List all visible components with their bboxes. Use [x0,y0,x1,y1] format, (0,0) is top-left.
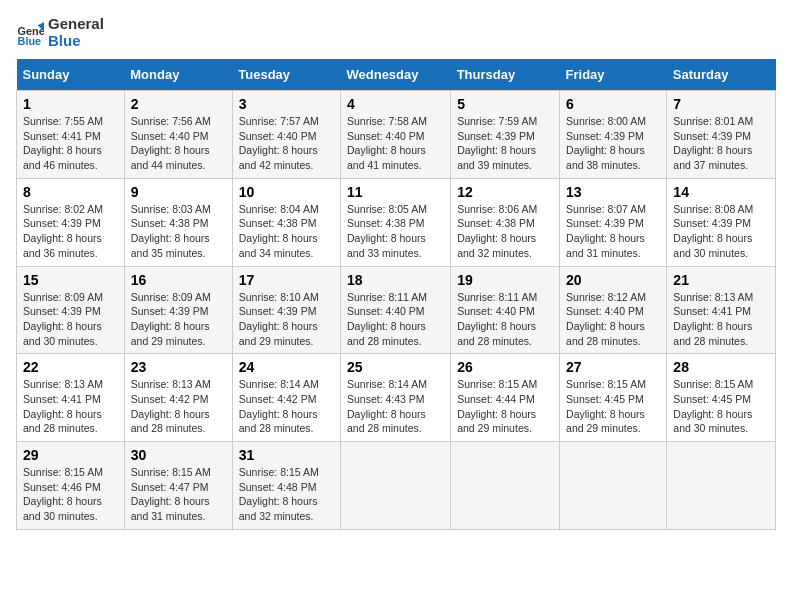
day-number: 12 [457,184,553,200]
day-info: Sunrise: 8:00 AMSunset: 4:39 PMDaylight:… [566,115,646,171]
day-number: 2 [131,96,226,112]
header: General Blue General Blue [16,16,776,49]
day-number: 1 [23,96,118,112]
calendar-cell: 12 Sunrise: 8:06 AMSunset: 4:38 PMDaylig… [451,178,560,266]
day-number: 18 [347,272,444,288]
day-info: Sunrise: 8:15 AMSunset: 4:45 PMDaylight:… [673,378,753,434]
calendar-cell: 15 Sunrise: 8:09 AMSunset: 4:39 PMDaylig… [17,266,125,354]
day-info: Sunrise: 8:14 AMSunset: 4:42 PMDaylight:… [239,378,319,434]
day-info: Sunrise: 8:12 AMSunset: 4:40 PMDaylight:… [566,291,646,347]
calendar-cell: 11 Sunrise: 8:05 AMSunset: 4:38 PMDaylig… [340,178,450,266]
day-info: Sunrise: 8:03 AMSunset: 4:38 PMDaylight:… [131,203,211,259]
col-header-sunday: Sunday [17,59,125,91]
day-number: 22 [23,359,118,375]
logo-general: General [48,16,104,33]
header-row: SundayMondayTuesdayWednesdayThursdayFrid… [17,59,776,91]
day-number: 21 [673,272,769,288]
day-number: 6 [566,96,660,112]
day-number: 15 [23,272,118,288]
calendar-cell: 3 Sunrise: 7:57 AMSunset: 4:40 PMDayligh… [232,91,340,179]
calendar-cell: 7 Sunrise: 8:01 AMSunset: 4:39 PMDayligh… [667,91,776,179]
day-number: 13 [566,184,660,200]
calendar-cell: 24 Sunrise: 8:14 AMSunset: 4:42 PMDaylig… [232,354,340,442]
day-number: 28 [673,359,769,375]
day-info: Sunrise: 8:15 AMSunset: 4:46 PMDaylight:… [23,466,103,522]
col-header-monday: Monday [124,59,232,91]
calendar-cell [560,442,667,530]
calendar-cell: 21 Sunrise: 8:13 AMSunset: 4:41 PMDaylig… [667,266,776,354]
calendar-cell: 30 Sunrise: 8:15 AMSunset: 4:47 PMDaylig… [124,442,232,530]
day-number: 4 [347,96,444,112]
calendar-cell: 20 Sunrise: 8:12 AMSunset: 4:40 PMDaylig… [560,266,667,354]
calendar-cell: 17 Sunrise: 8:10 AMSunset: 4:39 PMDaylig… [232,266,340,354]
day-number: 20 [566,272,660,288]
day-number: 25 [347,359,444,375]
col-header-tuesday: Tuesday [232,59,340,91]
calendar-cell: 8 Sunrise: 8:02 AMSunset: 4:39 PMDayligh… [17,178,125,266]
day-info: Sunrise: 8:10 AMSunset: 4:39 PMDaylight:… [239,291,319,347]
calendar-cell: 27 Sunrise: 8:15 AMSunset: 4:45 PMDaylig… [560,354,667,442]
day-number: 7 [673,96,769,112]
calendar-cell: 28 Sunrise: 8:15 AMSunset: 4:45 PMDaylig… [667,354,776,442]
day-number: 24 [239,359,334,375]
day-number: 5 [457,96,553,112]
week-row-1: 1 Sunrise: 7:55 AMSunset: 4:41 PMDayligh… [17,91,776,179]
day-number: 11 [347,184,444,200]
day-info: Sunrise: 8:15 AMSunset: 4:45 PMDaylight:… [566,378,646,434]
day-number: 26 [457,359,553,375]
day-info: Sunrise: 7:57 AMSunset: 4:40 PMDaylight:… [239,115,319,171]
calendar-cell: 4 Sunrise: 7:58 AMSunset: 4:40 PMDayligh… [340,91,450,179]
day-info: Sunrise: 8:13 AMSunset: 4:42 PMDaylight:… [131,378,211,434]
day-info: Sunrise: 8:04 AMSunset: 4:38 PMDaylight:… [239,203,319,259]
calendar-cell [667,442,776,530]
calendar-cell: 9 Sunrise: 8:03 AMSunset: 4:38 PMDayligh… [124,178,232,266]
day-info: Sunrise: 7:59 AMSunset: 4:39 PMDaylight:… [457,115,537,171]
week-row-3: 15 Sunrise: 8:09 AMSunset: 4:39 PMDaylig… [17,266,776,354]
calendar-cell: 2 Sunrise: 7:56 AMSunset: 4:40 PMDayligh… [124,91,232,179]
calendar-cell: 26 Sunrise: 8:15 AMSunset: 4:44 PMDaylig… [451,354,560,442]
calendar-cell: 1 Sunrise: 7:55 AMSunset: 4:41 PMDayligh… [17,91,125,179]
calendar-cell: 29 Sunrise: 8:15 AMSunset: 4:46 PMDaylig… [17,442,125,530]
day-info: Sunrise: 7:58 AMSunset: 4:40 PMDaylight:… [347,115,427,171]
day-number: 27 [566,359,660,375]
day-number: 16 [131,272,226,288]
calendar-cell [451,442,560,530]
logo: General Blue General Blue [16,16,104,49]
day-info: Sunrise: 8:14 AMSunset: 4:43 PMDaylight:… [347,378,427,434]
logo-icon: General Blue [16,19,44,47]
day-number: 23 [131,359,226,375]
day-number: 19 [457,272,553,288]
svg-text:Blue: Blue [18,34,42,46]
day-info: Sunrise: 8:07 AMSunset: 4:39 PMDaylight:… [566,203,646,259]
calendar-table: SundayMondayTuesdayWednesdayThursdayFrid… [16,59,776,530]
day-info: Sunrise: 8:13 AMSunset: 4:41 PMDaylight:… [673,291,753,347]
day-number: 29 [23,447,118,463]
day-info: Sunrise: 8:09 AMSunset: 4:39 PMDaylight:… [23,291,103,347]
calendar-cell: 23 Sunrise: 8:13 AMSunset: 4:42 PMDaylig… [124,354,232,442]
day-info: Sunrise: 8:13 AMSunset: 4:41 PMDaylight:… [23,378,103,434]
col-header-wednesday: Wednesday [340,59,450,91]
day-number: 14 [673,184,769,200]
day-number: 3 [239,96,334,112]
day-info: Sunrise: 8:02 AMSunset: 4:39 PMDaylight:… [23,203,103,259]
day-info: Sunrise: 7:55 AMSunset: 4:41 PMDaylight:… [23,115,103,171]
calendar-cell: 18 Sunrise: 8:11 AMSunset: 4:40 PMDaylig… [340,266,450,354]
col-header-friday: Friday [560,59,667,91]
calendar-cell: 10 Sunrise: 8:04 AMSunset: 4:38 PMDaylig… [232,178,340,266]
day-info: Sunrise: 8:01 AMSunset: 4:39 PMDaylight:… [673,115,753,171]
calendar-cell: 22 Sunrise: 8:13 AMSunset: 4:41 PMDaylig… [17,354,125,442]
calendar-cell: 13 Sunrise: 8:07 AMSunset: 4:39 PMDaylig… [560,178,667,266]
col-header-saturday: Saturday [667,59,776,91]
day-info: Sunrise: 7:56 AMSunset: 4:40 PMDaylight:… [131,115,211,171]
calendar-cell: 14 Sunrise: 8:08 AMSunset: 4:39 PMDaylig… [667,178,776,266]
week-row-4: 22 Sunrise: 8:13 AMSunset: 4:41 PMDaylig… [17,354,776,442]
week-row-2: 8 Sunrise: 8:02 AMSunset: 4:39 PMDayligh… [17,178,776,266]
calendar-cell: 16 Sunrise: 8:09 AMSunset: 4:39 PMDaylig… [124,266,232,354]
day-info: Sunrise: 8:06 AMSunset: 4:38 PMDaylight:… [457,203,537,259]
col-header-thursday: Thursday [451,59,560,91]
day-number: 10 [239,184,334,200]
day-number: 31 [239,447,334,463]
day-info: Sunrise: 8:15 AMSunset: 4:47 PMDaylight:… [131,466,211,522]
calendar-cell [340,442,450,530]
day-info: Sunrise: 8:09 AMSunset: 4:39 PMDaylight:… [131,291,211,347]
